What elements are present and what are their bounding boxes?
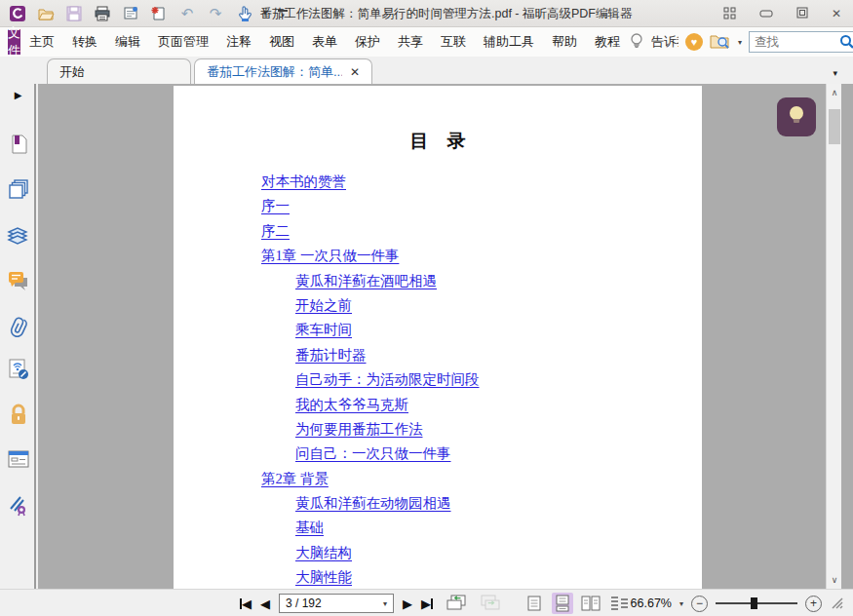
close-button[interactable]: ✕ (832, 8, 841, 19)
toc-link[interactable]: 开始之前 (295, 293, 702, 318)
tab-active-document[interactable]: 番茄工作法图解：简单... ✕ (194, 58, 372, 84)
previous-page-button[interactable]: ◀ (260, 597, 270, 610)
zoom-slider[interactable] (716, 597, 797, 610)
scrollbar-thumb[interactable] (829, 109, 840, 144)
folder-search-caret-icon[interactable]: ▾ (738, 38, 742, 47)
toc-link[interactable]: 黄瓜和洋蓟在酒吧相遇 (295, 269, 702, 293)
search-input[interactable] (749, 31, 853, 53)
tab-close-icon[interactable]: ✕ (350, 65, 360, 79)
toc-link[interactable]: 大脑结构 (295, 541, 702, 565)
ribbon-tab-convert[interactable]: 转换 (63, 29, 106, 55)
last-page-button[interactable]: ▶ (421, 597, 433, 610)
save-icon[interactable] (65, 5, 83, 22)
tell-me-label[interactable]: 告诉我 (651, 33, 679, 51)
vertical-scrollbar[interactable]: ∧ ∨ (826, 84, 841, 589)
fields-panel-icon[interactable] (0, 448, 36, 473)
continuous-layout-button[interactable] (552, 593, 573, 614)
minimize-button[interactable] (759, 8, 773, 19)
comments-panel-icon[interactable] (0, 270, 36, 294)
toc-list: 对本书的赞誉 序一 序二 第1章 一次只做一件事 黄瓜和洋蓟在酒吧相遇 开始之前… (174, 170, 702, 589)
security-panel-icon[interactable] (0, 404, 36, 430)
next-page-button[interactable]: ▶ (403, 597, 412, 610)
first-page-button[interactable]: ◀ (240, 597, 252, 610)
search-magnifier-icon[interactable] (839, 34, 853, 53)
attachments-panel-icon[interactable] (0, 315, 36, 341)
ribbon-tab-tutorial[interactable]: 教程 (586, 29, 629, 55)
scroll-down-icon[interactable]: ∨ (827, 575, 842, 585)
next-view-button[interactable] (480, 593, 501, 615)
menu-bar-tools: 告诉我 ♥ ▾ ▾ ◀ ▶ ▶ (629, 31, 853, 53)
previous-view-button[interactable] (446, 593, 467, 615)
ribbon-tab-view[interactable]: 视图 (260, 29, 303, 55)
status-bar: ◀ ◀ 3 / 192 ▾ ▶ ▶ (0, 589, 853, 616)
zoom-level-value[interactable]: 66.67% (631, 597, 672, 610)
zoom-slider-thumb[interactable] (751, 597, 757, 609)
maximize-button[interactable] (796, 7, 808, 20)
zoom-in-button[interactable]: + (805, 596, 822, 612)
scroll-up-icon[interactable]: ∧ (827, 88, 842, 97)
foxit-logo-icon[interactable] (9, 5, 26, 22)
favorite-heart-icon[interactable]: ♥ (685, 33, 703, 51)
tab-list-caret-icon[interactable]: ▾ (833, 68, 837, 78)
application-window: ↶ ↷ ▾ ▾ 番茄工作法图解：简单易行的时间管理方法.pdf - 福昕高级PD… (0, 0, 853, 616)
ribbon-tab-protect[interactable]: 保护 (346, 29, 389, 55)
page-number-box[interactable]: 3 / 192 ▾ (279, 594, 394, 613)
ribbon-tab-home[interactable]: 主页 (20, 29, 63, 55)
single-page-layout-button[interactable] (523, 593, 545, 614)
page-layout-group (523, 593, 630, 614)
signature-panel-icon[interactable] (0, 493, 36, 520)
ribbon-tab-share[interactable]: 共享 (389, 29, 432, 55)
restore-panels-icon[interactable] (723, 7, 736, 21)
page-box-caret-icon[interactable]: ▾ (383, 599, 387, 608)
toc-link[interactable]: 第2章 背景 (261, 467, 702, 491)
toc-link[interactable]: 对本书的赞誉 (261, 170, 702, 194)
ribbon-tab-help[interactable]: 帮助 (543, 29, 586, 55)
layers-panel-icon[interactable] (0, 224, 36, 249)
zoom-out-button[interactable]: − (691, 596, 708, 612)
bookmarks-panel-icon[interactable] (0, 134, 36, 158)
tab-label: 番茄工作法图解：简单... (207, 63, 342, 81)
scan-ocr-icon[interactable] (150, 5, 168, 22)
pdf-page: 目 录 对本书的赞誉 序一 序二 第1章 一次只做一件事 黄瓜和洋蓟在酒吧相遇 … (174, 86, 702, 589)
panel-expand-icon[interactable]: ▶ (0, 90, 36, 100)
ribbon-tab-form[interactable]: 表单 (303, 29, 346, 55)
tab-label: 开始 (59, 63, 178, 81)
ai-assistant-button[interactable] (777, 97, 816, 136)
print-icon[interactable] (94, 5, 111, 22)
tab-start-page[interactable]: 开始 (47, 58, 191, 84)
toc-link[interactable]: 为何要用番茄工作法 (295, 417, 702, 442)
ribbon-tab-comment[interactable]: 注释 (217, 29, 260, 55)
folder-search-icon[interactable] (710, 32, 731, 53)
ribbon-tabs: 主页 转换 编辑 页面管理 注释 视图 表单 保护 共享 互联 辅助工具 帮助 … (20, 29, 629, 55)
ribbon-tab-connect[interactable]: 互联 (432, 29, 475, 55)
toc-link[interactable]: 序一 (261, 194, 702, 218)
document-area: 目 录 对本书的赞誉 序一 序二 第1章 一次只做一件事 黄瓜和洋蓟在酒吧相遇 … (38, 84, 853, 589)
zoom-caret-icon[interactable]: ▾ (679, 599, 683, 608)
file-menu-button[interactable]: 文件 (8, 29, 20, 55)
toc-link[interactable]: 大脑性能 (295, 565, 702, 589)
open-file-icon[interactable] (37, 5, 55, 22)
toc-link[interactable]: 序二 (261, 219, 702, 244)
toc-link[interactable]: 问自己：一次只做一件事 (295, 442, 702, 466)
ribbon-tab-edit[interactable]: 编辑 (106, 29, 149, 55)
toc-link[interactable]: 黄瓜和洋蓟在动物园相遇 (295, 491, 702, 516)
toc-link[interactable]: 我的太爷爷马克斯 (295, 393, 702, 417)
lightbulb-tip-icon[interactable] (629, 32, 644, 53)
page-number-value: 3 / 192 (286, 597, 322, 610)
toc-link[interactable]: 自己动手：为活动限定时间段 (295, 367, 702, 392)
menu-bar: 文件 主页 转换 编辑 页面管理 注释 视图 表单 保护 共享 互联 辅助工具 … (0, 27, 853, 57)
toc-link[interactable]: 基础 (295, 516, 702, 540)
digital-id-panel-icon[interactable] (0, 358, 36, 384)
zoom-controls: 66.67% ▾ − + (631, 590, 843, 616)
toc-link[interactable]: 乘车时间 (295, 318, 702, 342)
pages-panel-icon[interactable] (0, 178, 36, 203)
toc-link[interactable]: 第1章 一次只做一件事 (261, 244, 702, 268)
toc-link[interactable]: 番茄计时器 (295, 343, 702, 367)
ribbon-tab-accessibility[interactable]: 辅助工具 (475, 29, 543, 55)
facing-layout-button[interactable] (580, 593, 601, 614)
email-icon[interactable] (122, 5, 139, 22)
toc-heading: 目 录 (174, 129, 702, 154)
resize-grip-icon[interactable] (830, 596, 843, 612)
continuous-facing-layout-button[interactable] (608, 593, 630, 614)
ribbon-tab-organize[interactable]: 页面管理 (149, 29, 217, 55)
